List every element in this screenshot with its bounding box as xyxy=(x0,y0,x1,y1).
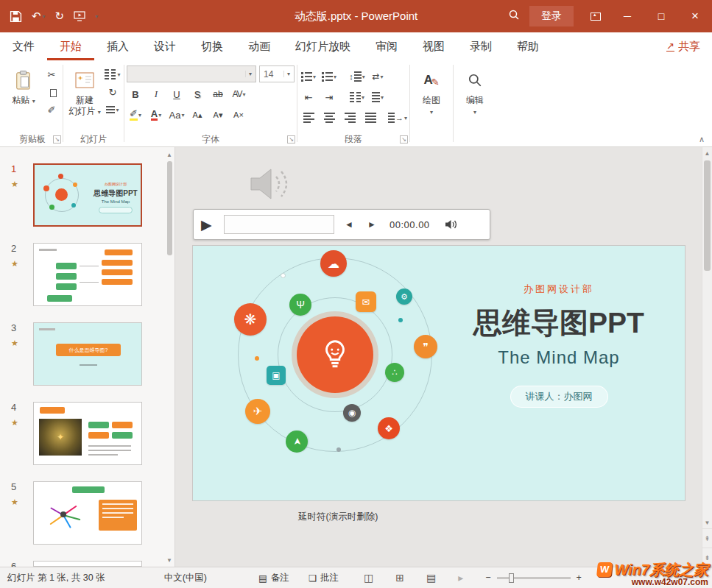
node-gear-icon[interactable]: ⚙ xyxy=(396,288,412,305)
text-shadow-button[interactable]: S xyxy=(188,85,206,103)
node-rocket-icon[interactable]: ➤ xyxy=(286,431,308,453)
align-text-button[interactable]: ▾ xyxy=(369,88,387,106)
tab-design[interactable]: 设计 xyxy=(141,32,188,60)
play-button[interactable]: ▶ xyxy=(201,216,217,233)
tab-home[interactable]: 开始 xyxy=(47,32,94,60)
decrease-indent-button[interactable]: ⇤ xyxy=(300,88,317,106)
slide-thumbnail-2[interactable]: 2 ★ xyxy=(0,243,175,306)
tab-file[interactable]: 文件 xyxy=(0,32,47,60)
clipboard-dialog-launcher[interactable]: ↘ xyxy=(53,135,61,144)
highlight-color-button[interactable]: ✐▾ xyxy=(127,106,144,124)
node-idea-tree-icon[interactable]: Ψ xyxy=(289,294,311,316)
node-message-icon[interactable]: ✉ xyxy=(356,291,376,312)
slide-thumbnail-1[interactable]: 1 ★ 办图网设计部 思维导图PPT The Mind Map xyxy=(0,163,175,227)
format-painter-button[interactable]: ✐ xyxy=(43,101,60,118)
media-progress-bar[interactable] xyxy=(224,215,334,234)
search-button[interactable] xyxy=(498,9,529,24)
thumbnail-scrollbar[interactable]: ▲ ▼ xyxy=(164,152,175,564)
move-back-button[interactable]: ◄ xyxy=(341,219,357,230)
audio-object[interactable] xyxy=(245,160,294,210)
node-puzzle-icon[interactable]: ❖ xyxy=(378,417,400,439)
minimize-button[interactable]: ─ xyxy=(610,0,644,32)
close-button[interactable]: × xyxy=(678,0,712,32)
node-brain-icon[interactable]: ❋ xyxy=(234,303,267,336)
slideshow-view-button[interactable]: ▸ xyxy=(458,572,463,584)
columns-button[interactable]: ▾ xyxy=(348,88,366,106)
character-spacing-button[interactable]: AV▾ xyxy=(230,85,247,103)
increase-indent-button[interactable]: ⇥ xyxy=(320,88,338,106)
font-color-button[interactable]: A▾ xyxy=(147,106,165,124)
share-button[interactable]: ↗ 共享 xyxy=(666,32,700,60)
move-forward-button[interactable]: ► xyxy=(364,219,380,230)
node-monitor-icon[interactable]: ▣ xyxy=(267,366,286,385)
align-left-button[interactable] xyxy=(300,109,317,127)
node-wifi-icon[interactable]: ◉ xyxy=(343,404,361,422)
scroll-up-button[interactable]: ▲ xyxy=(702,147,712,159)
tab-record[interactable]: 录制 xyxy=(457,32,504,60)
new-slide-button[interactable]: 新建幻灯片 ▾ xyxy=(66,63,104,118)
drawing-button[interactable]: A✎ 绘图▾ xyxy=(412,63,451,118)
scrollbar-track[interactable] xyxy=(702,159,712,517)
justify-button[interactable] xyxy=(362,109,379,127)
node-network-icon[interactable]: ∴ xyxy=(385,363,404,382)
slide-title-text[interactable]: 思维导图PPT xyxy=(463,303,655,343)
font-dialog-launcher[interactable]: ↘ xyxy=(287,135,295,144)
save-button[interactable] xyxy=(10,10,22,23)
zoom-out-button[interactable]: − xyxy=(485,573,490,583)
normal-view-button[interactable]: ◫ xyxy=(364,572,373,584)
tab-review[interactable]: 审阅 xyxy=(363,32,410,60)
bullets-button[interactable]: ▾ xyxy=(300,68,317,85)
align-center-button[interactable] xyxy=(320,109,338,127)
font-name-combobox[interactable]: ▾ xyxy=(127,65,256,82)
italic-button[interactable]: I xyxy=(147,85,165,103)
ribbon-display-options-button[interactable] xyxy=(581,13,610,21)
customize-qat-button[interactable]: ▾ xyxy=(95,13,98,20)
slide-canvas[interactable]: ☁ ❋ Ψ ✉ ⚙ ❞ ∴ ▣ ✈ ➤ ◉ ❖ 办图网设计部 思维导图PPT T… xyxy=(193,246,685,500)
clear-formatting-button[interactable]: A× xyxy=(230,106,247,124)
cut-button[interactable]: ✂ xyxy=(43,65,60,83)
reset-slide-button[interactable]: ↻ xyxy=(104,83,121,101)
language-indicator[interactable]: 中文(中国) xyxy=(164,572,207,584)
slide-layout-button[interactable]: ▾ xyxy=(104,65,121,83)
change-case-button[interactable]: Aa▾ xyxy=(168,106,186,124)
slide-thumbnail-4[interactable]: 4 ★ ✦ xyxy=(0,402,175,465)
slide-title-block[interactable]: 办图网设计部 思维导图PPT The Mind Map 讲课人：办图网 xyxy=(463,283,655,408)
numbering-button[interactable]: ▾ xyxy=(320,68,338,85)
slide-thumbnail-3[interactable]: 3 ★ 什么是思维导图? xyxy=(0,322,175,386)
zoom-in-button[interactable]: + xyxy=(577,573,582,583)
delay-note-text[interactable]: 延时符(演示时删除) xyxy=(298,511,378,523)
login-button[interactable]: 登录 xyxy=(529,6,574,26)
volume-button[interactable] xyxy=(444,219,457,230)
tab-insert[interactable]: 插入 xyxy=(94,32,141,60)
tab-slideshow[interactable]: 幻灯片放映 xyxy=(283,32,363,60)
font-size-combobox[interactable]: 14▾ xyxy=(259,65,295,82)
zoom-slider[interactable] xyxy=(497,577,571,579)
mindmap-graphic[interactable]: ☁ ❋ Ψ ✉ ⚙ ❞ ∴ ▣ ✈ ➤ ◉ ❖ xyxy=(193,246,458,500)
strikethrough-button[interactable]: ab xyxy=(209,85,227,103)
node-plane-icon[interactable]: ✈ xyxy=(245,399,270,424)
shrink-font-button[interactable]: A▾ xyxy=(209,106,227,124)
undo-button[interactable]: ↶▾ xyxy=(32,10,46,23)
scroll-up-icon[interactable]: ▲ xyxy=(166,152,172,158)
previous-slide-button[interactable]: ⇞ xyxy=(702,528,712,548)
scroll-down-button[interactable]: ▼ xyxy=(702,517,712,528)
slide-counter[interactable]: 幻灯片 第 1 张, 共 30 张 xyxy=(7,572,105,584)
slide-thumbnail-6[interactable]: 6 xyxy=(0,561,175,567)
start-slideshow-button[interactable] xyxy=(74,11,85,21)
slide-sorter-view-button[interactable]: ⊞ xyxy=(395,572,404,584)
zoom-slider-thumb[interactable] xyxy=(509,573,514,583)
reading-view-button[interactable]: ▤ xyxy=(426,572,436,584)
section-button[interactable]: ▾ xyxy=(104,101,121,118)
align-right-button[interactable] xyxy=(341,109,359,127)
slide-thumbnail-5[interactable]: 5 ★ xyxy=(0,481,175,545)
paste-button[interactable]: 粘贴 ▾ xyxy=(4,63,43,107)
notes-button[interactable]: ▤ 备注 xyxy=(258,572,289,584)
tab-transitions[interactable]: 切换 xyxy=(188,32,236,60)
underline-button[interactable]: U xyxy=(168,85,186,103)
redo-button[interactable]: ↻ xyxy=(55,10,65,23)
line-spacing-button[interactable]: ↕▾ xyxy=(348,68,366,85)
paragraph-dialog-launcher[interactable]: ↘ xyxy=(400,135,408,144)
maximize-button[interactable]: □ xyxy=(644,0,678,32)
presenter-pill[interactable]: 讲课人：办图网 xyxy=(510,386,608,408)
convert-smartart-button[interactable]: →▾ xyxy=(388,109,407,127)
